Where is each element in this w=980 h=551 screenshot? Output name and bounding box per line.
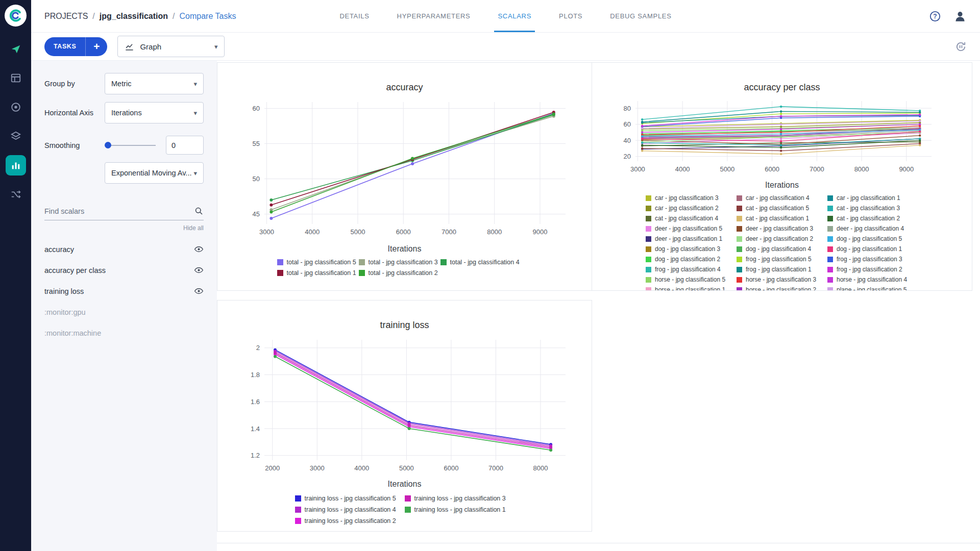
smoothing-type-select[interactable]: Exponential Moving Av... ▾ <box>105 162 204 184</box>
legend-item[interactable]: dog - jpg classification 2 <box>646 256 737 263</box>
legend-item[interactable]: training loss - jpg classification 1 <box>405 506 514 513</box>
legend-label: frog - jpg classification 5 <box>746 256 812 263</box>
scalar-row-accuracy[interactable]: accuracy <box>44 239 204 260</box>
legend-item[interactable]: car - jpg classification 2 <box>646 205 737 212</box>
svg-text:8000: 8000 <box>854 165 869 173</box>
legend-swatch <box>405 507 411 513</box>
scalar-row-training-loss[interactable]: training loss <box>44 281 204 302</box>
accuracy-plot[interactable]: 300040005000600070008000900045505560 <box>221 97 589 242</box>
visibility-toggle[interactable] <box>194 286 204 296</box>
legend-label: training loss - jpg classification 2 <box>305 517 396 524</box>
view-mode-select[interactable]: Graph ▾ <box>117 36 225 57</box>
hide-all-link[interactable]: Hide all <box>44 224 204 232</box>
legend-item[interactable]: horse - jpg classification 4 <box>827 276 918 283</box>
accuracy-per-class-plot[interactable]: 300040005000600070008000900020406080 <box>596 97 968 179</box>
legend-item[interactable]: horse - jpg classification 2 <box>737 286 827 291</box>
chevron-down-icon: ▾ <box>193 110 197 116</box>
training-loss-plot[interactable]: 20003000400050006000700080001.21.41.61.8… <box>221 335 589 478</box>
legend-item[interactable]: deer - jpg classification 2 <box>737 235 827 242</box>
smoothing-value-input[interactable] <box>166 136 204 155</box>
legend-item[interactable]: total - jpg classification 4 <box>440 259 522 266</box>
legend-label: horse - jpg classification 1 <box>655 286 725 291</box>
tab-debug-samples[interactable]: DEBUG SAMPLES <box>596 0 685 32</box>
legend-item[interactable]: cat - jpg classification 2 <box>827 215 918 222</box>
legend-item[interactable]: deer - jpg classification 3 <box>737 225 827 232</box>
legend-swatch <box>737 226 742 232</box>
legend-item[interactable]: frog - jpg classification 1 <box>737 266 827 273</box>
breadcrumb-project[interactable]: jpg_classification <box>100 12 168 21</box>
group-by-label: Group by <box>44 80 105 88</box>
clearml-logo[interactable] <box>5 5 27 27</box>
svg-text:2: 2 <box>256 344 259 352</box>
legend-item[interactable]: cat - jpg classification 5 <box>737 205 827 212</box>
legend-item[interactable]: training loss - jpg classification 4 <box>295 506 405 513</box>
legend-item[interactable]: cat - jpg classification 4 <box>646 215 737 222</box>
scalar-row-monitor-machine[interactable]: :monitor:machine <box>44 322 204 343</box>
legend-item[interactable]: car - jpg classification 4 <box>737 194 827 202</box>
legend-item[interactable]: cat - jpg classification 3 <box>827 205 918 212</box>
datasets-icon[interactable] <box>6 126 26 146</box>
visibility-toggle[interactable] <box>194 244 204 254</box>
help-button[interactable]: ? <box>929 10 941 22</box>
legend-item[interactable]: deer - jpg classification 5 <box>646 225 737 232</box>
legend-item[interactable]: dog - jpg classification 5 <box>827 235 918 242</box>
legend-swatch <box>827 287 833 291</box>
svg-text:2000: 2000 <box>265 464 280 472</box>
search-button[interactable] <box>194 206 204 216</box>
slider-knob[interactable] <box>105 142 111 148</box>
legend-item[interactable]: training loss - jpg classification 5 <box>295 495 405 502</box>
legend-swatch <box>827 216 833 221</box>
getting-started-icon[interactable] <box>6 39 26 59</box>
legend-item[interactable]: horse - jpg classification 5 <box>646 276 737 283</box>
legend-item[interactable]: total - jpg classification 1 <box>277 269 359 277</box>
view-mode-value: Graph <box>140 42 161 51</box>
tab-scalars[interactable]: SCALARS <box>484 0 545 32</box>
tab-details[interactable]: DETAILS <box>326 0 383 32</box>
chart-card-accuracy-per-class: accuracy per class 300040005000600070008… <box>592 62 972 291</box>
tab-plots[interactable]: PLOTS <box>545 0 596 32</box>
legend-item[interactable]: car - jpg classification 3 <box>646 194 737 202</box>
legend-item[interactable]: horse - jpg classification 3 <box>737 276 827 283</box>
legend-item[interactable]: plane - jpg classification 5 <box>827 286 918 291</box>
legend-item[interactable]: deer - jpg classification 4 <box>827 225 918 232</box>
legend-item[interactable]: horse - jpg classification 1 <box>646 286 737 291</box>
legend-item[interactable]: frog - jpg classification 5 <box>737 256 827 263</box>
scalar-row-accuracy-per-class[interactable]: accuracy per class <box>44 260 204 281</box>
horizontal-scrollbar[interactable] <box>217 543 980 551</box>
breadcrumb-projects[interactable]: PROJECTS <box>44 12 88 21</box>
legend-item[interactable]: dog - jpg classification 3 <box>646 245 737 253</box>
horizontal-axis-select[interactable]: Iterations ▾ <box>105 102 204 123</box>
legend-item[interactable]: training loss - jpg classification 2 <box>295 517 405 524</box>
group-by-select[interactable]: Metric ▾ <box>105 73 204 94</box>
legend-item[interactable]: dog - jpg classification 1 <box>827 245 918 253</box>
legend-item[interactable]: deer - jpg classification 1 <box>646 235 737 242</box>
legend-item[interactable]: total - jpg classification 2 <box>359 269 440 277</box>
search-input[interactable] <box>44 207 194 215</box>
legend-item[interactable]: total - jpg classification 3 <box>359 259 440 266</box>
circle-dot-icon <box>10 102 21 113</box>
legend-item[interactable]: training loss - jpg classification 3 <box>405 495 514 502</box>
add-task-button[interactable]: + <box>86 37 107 56</box>
legend-item[interactable]: car - jpg classification 1 <box>827 194 918 202</box>
experiments-icon-active[interactable] <box>6 155 26 176</box>
scalar-row-monitor-gpu[interactable]: :monitor:gpu <box>44 302 204 322</box>
breadcrumb-page[interactable]: Compare Tasks <box>180 12 236 21</box>
legend-item[interactable]: total - jpg classification 5 <box>277 259 359 266</box>
tab-hyperparameters[interactable]: HYPERPARAMETERS <box>383 0 484 32</box>
pipelines-icon[interactable] <box>6 184 26 205</box>
user-menu-button[interactable] <box>953 10 967 23</box>
legend-item[interactable]: dog - jpg classification 4 <box>737 245 827 253</box>
legend-item[interactable]: frog - jpg classification 2 <box>827 266 918 273</box>
legend-swatch <box>646 195 651 201</box>
tasks-button[interactable]: TASKS <box>44 37 85 56</box>
svg-text:8000: 8000 <box>487 228 502 236</box>
workers-icon[interactable] <box>6 97 26 117</box>
projects-icon[interactable] <box>6 68 26 88</box>
legend-item[interactable]: frog - jpg classification 3 <box>827 256 918 263</box>
visibility-toggle[interactable] <box>194 265 204 275</box>
auto-refresh-button[interactable] <box>955 41 967 53</box>
smoothing-slider[interactable] <box>105 142 156 148</box>
legend-item[interactable]: cat - jpg classification 1 <box>737 215 827 222</box>
legend-item[interactable]: frog - jpg classification 4 <box>646 266 737 273</box>
svg-text:?: ? <box>933 13 937 20</box>
